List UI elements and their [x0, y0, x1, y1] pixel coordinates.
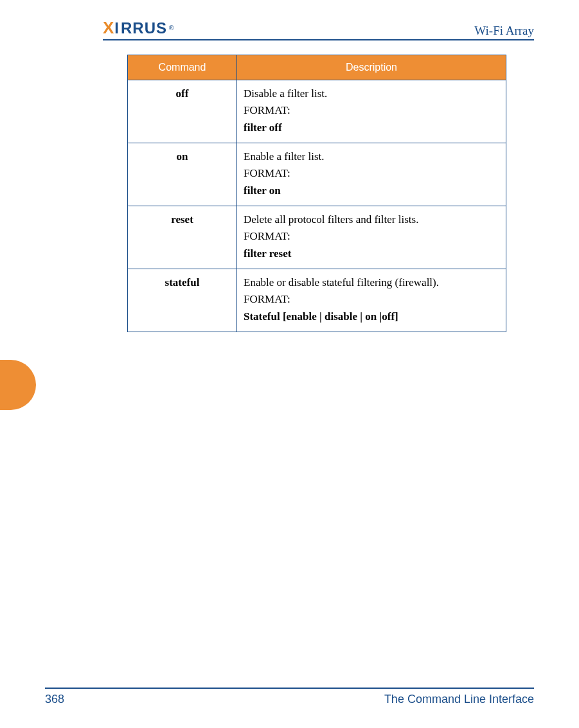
desc-text: Enable a filter list. [244, 150, 325, 163]
format-label: FORMAT: [244, 165, 499, 182]
format-value: Stateful [enable | disable | on |off] [244, 310, 398, 323]
side-tab-icon [0, 360, 36, 410]
cmd-description: Enable or disable stateful filtering (fi… [237, 269, 506, 332]
desc-text: Delete all protocol filters and filter l… [244, 213, 418, 226]
logo-x-icon: X [103, 18, 114, 38]
cmd-name: reset [128, 206, 237, 269]
section-title: The Command Line Interface [384, 693, 534, 706]
format-label: FORMAT: [244, 291, 499, 308]
table-row: off Disable a filter list. FORMAT: filte… [128, 80, 506, 143]
format-value: filter reset [244, 247, 291, 260]
cmd-description: Enable a filter list. FORMAT: filter on [237, 143, 506, 206]
brand-logo: XIRRUS® [103, 18, 174, 38]
table-row: stateful Enable or disable stateful filt… [128, 269, 506, 332]
cmd-name: on [128, 143, 237, 206]
format-label: FORMAT: [244, 102, 499, 119]
page-number: 368 [45, 693, 64, 706]
table-row: reset Delete all protocol filters and fi… [128, 206, 506, 269]
cmd-description: Disable a filter list. FORMAT: filter of… [237, 80, 506, 143]
cmd-name: stateful [128, 269, 237, 332]
format-label: FORMAT: [244, 228, 499, 245]
col-header-command: Command [128, 55, 237, 80]
cmd-description: Delete all protocol filters and filter l… [237, 206, 506, 269]
main-content: Command Description off Disable a filter… [127, 55, 534, 332]
page-footer: 368 The Command Line Interface [45, 688, 534, 706]
col-header-description: Description [237, 55, 506, 80]
format-value: filter on [244, 184, 281, 197]
product-name: Wi-Fi Array [474, 24, 534, 38]
format-value: filter off [244, 121, 282, 134]
desc-text: Enable or disable stateful filtering (fi… [244, 276, 439, 289]
logo-text-rrus: RRUS [121, 19, 167, 37]
registered-icon: ® [169, 24, 174, 31]
cmd-name: off [128, 80, 237, 143]
logo-text-i: I [114, 19, 120, 37]
page-header: XIRRUS® Wi-Fi Array [103, 18, 534, 40]
desc-text: Disable a filter list. [244, 87, 327, 100]
table-row: on Enable a filter list. FORMAT: filter … [128, 143, 506, 206]
command-table: Command Description off Disable a filter… [127, 55, 506, 332]
